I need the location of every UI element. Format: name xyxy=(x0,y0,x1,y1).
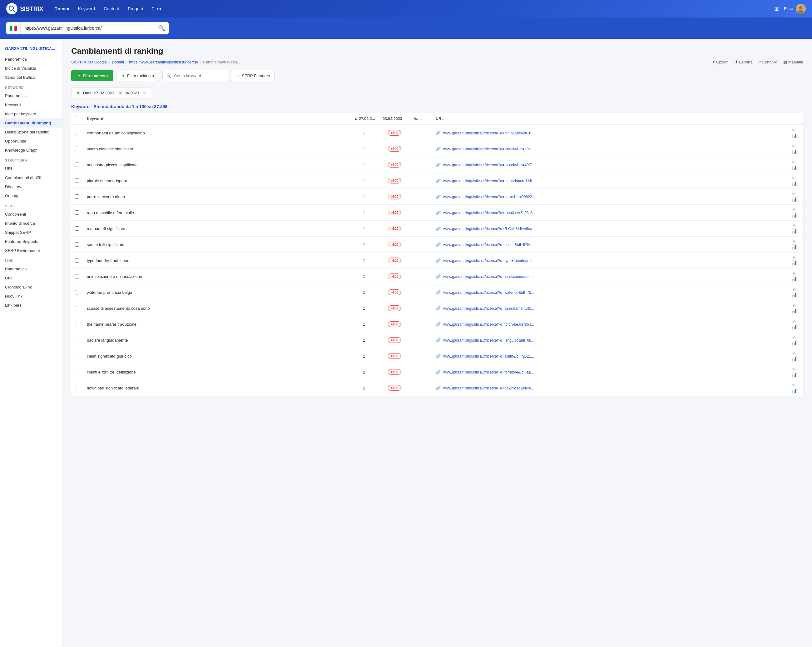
th-var[interactable]: Va... xyxy=(410,113,432,125)
sidebar-domain[interactable]: GARZANTILINGUISTICA.... xyxy=(0,44,62,55)
row-url[interactable]: 🔗 www.garzantilinguistica.it/ricerca/?q=… xyxy=(432,300,785,316)
sidebar-item-nuovi-link[interactable]: Nuovi link xyxy=(0,292,62,301)
eye-icon[interactable]: 👁 xyxy=(792,303,796,308)
chart-icon[interactable]: 📊 xyxy=(791,324,797,329)
url-link[interactable]: www.garzantilinguistica.it/ricerca/?q=ma… xyxy=(443,179,535,183)
row-checkbox-cell[interactable] xyxy=(71,237,83,252)
eye-icon[interactable]: 👁 xyxy=(792,144,796,149)
chart-icon[interactable]: 📊 xyxy=(791,276,797,281)
row-checkbox[interactable] xyxy=(75,338,79,342)
eye-icon[interactable]: 👁 xyxy=(792,319,796,324)
search-button[interactable]: 🔍 xyxy=(154,25,169,32)
chart-icon[interactable]: 📊 xyxy=(791,197,797,202)
row-checkbox-cell[interactable] xyxy=(71,205,83,221)
url-link[interactable]: www.garzantilinguistica.it/ricerca/?q=in… xyxy=(443,274,535,279)
row-checkbox[interactable] xyxy=(75,210,79,215)
row-checkbox[interactable] xyxy=(75,322,79,326)
nav-progetti[interactable]: Progetti xyxy=(124,5,147,13)
breadcrumb-sistrix[interactable]: SISTRIX per Google xyxy=(71,60,107,64)
url-search-input[interactable] xyxy=(21,22,154,34)
row-url[interactable]: 🔗 www.garzantilinguistica.it/ricerca/?q=… xyxy=(432,269,785,284)
row-checkbox[interactable] xyxy=(75,274,79,278)
sidebar-item-snippet[interactable]: Snippet SERP xyxy=(0,228,62,237)
sidebar-item-link-persi[interactable]: Link persi xyxy=(0,301,62,310)
eye-icon[interactable]: 👁 xyxy=(792,191,796,197)
row-checkbox-cell[interactable] xyxy=(71,252,83,269)
nav-domini[interactable]: Domini xyxy=(50,5,73,13)
breadcrumb-domini[interactable]: Domini xyxy=(112,60,124,64)
sidebar-item-kw-distribuzione[interactable]: Distribuzione dei ranking xyxy=(0,127,62,136)
sidebar-item-kw-opportunita[interactable]: Opportunità xyxy=(0,136,62,146)
share-button[interactable]: ↗ Condividi xyxy=(758,60,778,64)
row-checkbox[interactable] xyxy=(75,354,79,358)
sidebar-item-visibilita[interactable]: Indice di Visibilità xyxy=(0,64,62,73)
row-url[interactable]: 🔗 www.garzantilinguistica.it/ricerca/?q=… xyxy=(432,221,785,237)
row-checkbox[interactable] xyxy=(75,131,79,135)
sidebar-item-kw-panoramica[interactable]: Panoramica xyxy=(0,91,62,100)
row-checkbox[interactable] xyxy=(75,386,79,390)
row-checkbox-cell[interactable] xyxy=(71,189,83,205)
url-link[interactable]: www.garzantilinguistica.it/ricerca/?q=cl… xyxy=(443,147,534,151)
row-checkbox-cell[interactable] xyxy=(71,125,83,141)
sidebar-item-kw-knowledge[interactable]: Knowledge Graph xyxy=(0,146,62,155)
row-url[interactable]: 🔗 www.garzantilinguistica.it/ricerca/?q=… xyxy=(432,332,785,348)
url-link[interactable]: www.garzantilinguistica.it/ricerca/?q=do… xyxy=(443,386,534,390)
chart-icon[interactable]: 📊 xyxy=(791,340,797,345)
url-link[interactable]: www.garzantilinguistica.it/ricerca/?q=cl… xyxy=(443,354,534,358)
row-checkbox[interactable] xyxy=(75,179,79,183)
row-checkbox-cell[interactable] xyxy=(71,332,83,348)
row-checkbox[interactable] xyxy=(75,370,79,374)
row-url[interactable]: 🔗 www.garzantilinguistica.it/ricerca/?q=… xyxy=(432,237,785,252)
sidebar-item-featured[interactable]: Featured Snippets xyxy=(0,237,62,246)
select-all-checkbox[interactable] xyxy=(75,116,79,120)
url-link[interactable]: www.garzantilinguistica.it/ricerca/?q=as… xyxy=(443,306,534,310)
row-checkbox[interactable] xyxy=(75,194,79,199)
sidebar-item-intento[interactable]: Intento di ricerca xyxy=(0,219,62,228)
row-checkbox-cell[interactable] xyxy=(71,316,83,332)
sidebar-item-concorrenti[interactable]: Concorrenti xyxy=(0,210,62,219)
logo[interactable]: SISTRIX xyxy=(6,3,43,14)
row-url[interactable]: 🔗 www.garzantilinguistica.it/ricerca/?q=… xyxy=(432,141,785,157)
url-link[interactable]: www.garzantilinguistica.it/ricerca/?q=wa… xyxy=(443,291,534,295)
th-keyword[interactable]: Keyword xyxy=(83,113,349,125)
options-button[interactable]: ▾ Opzioni xyxy=(713,60,729,64)
eye-icon[interactable]: 👁 xyxy=(792,367,796,372)
chart-icon[interactable]: 📊 xyxy=(791,372,797,377)
grid-icon[interactable]: ⊞ xyxy=(774,5,779,12)
eye-icon[interactable]: 👁 xyxy=(792,383,796,388)
chart-icon[interactable]: 📊 xyxy=(791,356,797,361)
url-link[interactable]: www.garzantilinguistica.it/ricerca/?q=po… xyxy=(443,195,535,199)
manual-button[interactable]: ▦ Manuale xyxy=(783,60,803,64)
breadcrumb-url[interactable]: https://www.garzantilinguistica.it/ricer… xyxy=(129,60,198,64)
chart-icon[interactable]: 📊 xyxy=(791,260,797,265)
sidebar-item-url[interactable]: URL xyxy=(0,164,62,173)
sidebar-item-kw-cambiamenti[interactable]: Cambiamenti di ranking xyxy=(0,118,62,127)
url-link[interactable]: www.garzantilinguistica.it/ricerca/?q=la… xyxy=(443,338,534,343)
filter-ranking-button[interactable]: ▼ Filtra ranking ▾ xyxy=(116,70,159,81)
sidebar-item-serp-env[interactable]: SERP Environment xyxy=(0,246,62,255)
sidebar-item-link[interactable]: Link xyxy=(0,274,62,283)
chart-icon[interactable]: 📊 xyxy=(791,228,797,234)
url-link[interactable]: www.garzantilinguistica.it/ricerca/?q=pi… xyxy=(443,163,535,167)
row-checkbox[interactable] xyxy=(75,242,79,246)
th-checkbox[interactable] xyxy=(71,113,83,125)
row-checkbox[interactable] xyxy=(75,306,79,310)
sidebar-item-cambiamenti-url[interactable]: Cambiamenti di URL xyxy=(0,173,62,182)
eye-icon[interactable]: 👁 xyxy=(792,208,796,213)
eye-icon[interactable]: 👁 xyxy=(792,335,796,340)
row-url[interactable]: 🔗 www.garzantilinguistica.it/ricerca/?q=… xyxy=(432,157,785,173)
filter-now-button[interactable]: ＋ Filtra adesso xyxy=(71,70,113,81)
edit-date-icon[interactable]: ✎ xyxy=(143,91,147,95)
row-url[interactable]: 🔗 www.garzantilinguistica.it/ricerca/?q=… xyxy=(432,316,785,332)
url-link[interactable]: www.garzantilinguistica.it/ricerca/?q=am… xyxy=(443,131,534,135)
row-url[interactable]: 🔗 www.garzantilinguistica.it/ricerca/?q=… xyxy=(432,284,785,300)
sidebar-item-kw-keyword[interactable]: Keyword xyxy=(0,100,62,109)
row-checkbox-cell[interactable] xyxy=(71,269,83,284)
sidebar-item-kw-idee[interactable]: Idee per keyword xyxy=(0,109,62,118)
search-keyword-input[interactable] xyxy=(174,73,224,78)
eye-icon[interactable]: 👁 xyxy=(792,223,796,228)
chart-icon[interactable]: 📊 xyxy=(791,180,797,186)
url-link[interactable]: www.garzantilinguistica.it/ricerca/?q=R.… xyxy=(443,226,535,231)
row-checkbox[interactable] xyxy=(75,147,79,151)
row-checkbox-cell[interactable] xyxy=(71,300,83,316)
